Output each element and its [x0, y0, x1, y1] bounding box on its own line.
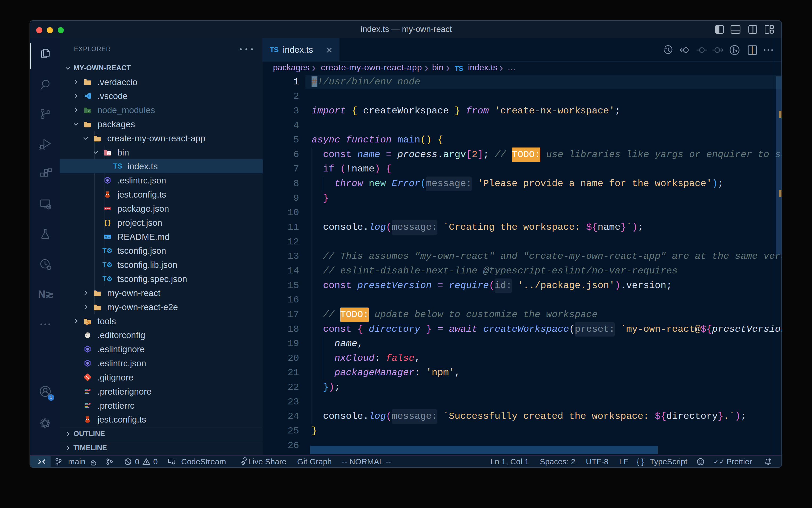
svg-text:10: 10	[108, 153, 110, 155]
svg-text:JS: JS	[88, 110, 90, 112]
svg-text:npm: npm	[105, 207, 110, 210]
svg-text:M: M	[105, 236, 107, 238]
